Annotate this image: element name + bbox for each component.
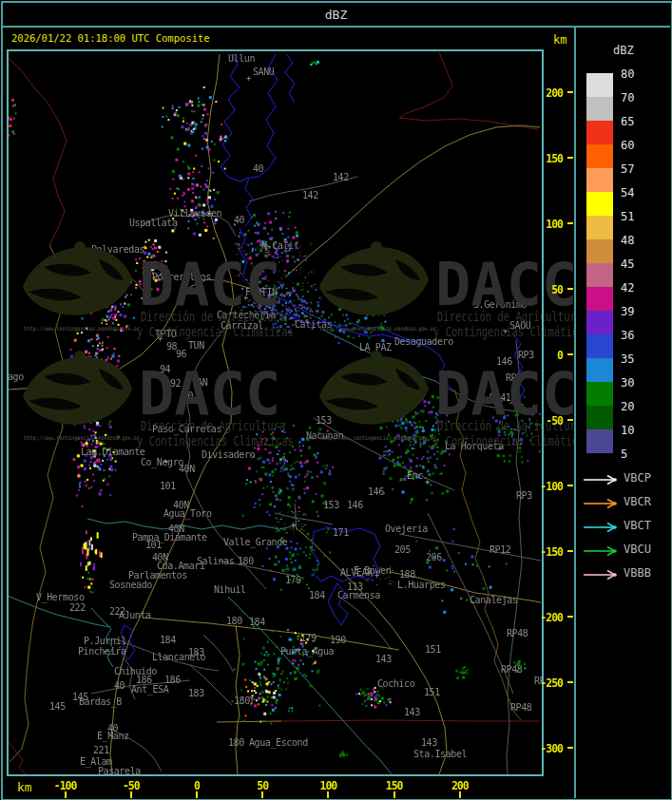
colorbar-level-label: 42 [621, 281, 649, 295]
colorbar-level-label: 48 [621, 234, 649, 247]
colorbar-swatch [586, 334, 613, 358]
window-title: dBZ [3, 4, 669, 26]
right-axis-tick [567, 222, 573, 224]
colorbar-swatch [586, 429, 613, 453]
arrow-legend-label: VBCP [624, 471, 651, 485]
colorbar-swatch [586, 97, 613, 121]
bottom-axis-tick-label: -100 [45, 779, 86, 792]
timestamp-text: 2026/01/22 01:18:00 UTC Composite [11, 32, 210, 44]
bottom-axis-tick [65, 791, 67, 798]
colorbar-level-label: 45 [621, 257, 649, 271]
colorbar-level-label: 39 [621, 305, 649, 318]
right-axis-tick-label: -250 [521, 676, 563, 690]
colorbar-swatch [586, 382, 613, 406]
colorbar-level-label: 5 [621, 448, 649, 461]
right-axis-tick [567, 288, 573, 290]
arrow-legend-label: VBBB [624, 566, 651, 580]
bottom-axis-tick-label: 150 [374, 779, 415, 792]
colorbar-swatch [586, 311, 613, 334]
right-axis-tick-label: -200 [521, 611, 563, 624]
arrow-legend-label: VBCU [624, 543, 651, 556]
bottom-axis-tick-label: -50 [110, 779, 152, 792]
right-axis-tick-label: 0 [521, 349, 563, 362]
right-axis-tick [567, 91, 573, 93]
bottom-axis-tick [459, 791, 461, 798]
colorbar-level-label: 20 [621, 400, 649, 413]
colorbar-level-label: 57 [621, 162, 649, 176]
panel-divider [574, 27, 576, 798]
colorbar-level-label: 10 [621, 424, 649, 437]
colorbar-swatch [586, 239, 613, 263]
colorbar-title: dBZ [613, 44, 634, 57]
colorbar-swatch [586, 216, 613, 239]
colorbar-level-label: 65 [621, 115, 649, 128]
right-axis-tick-label: -150 [521, 545, 563, 559]
radar-app-window: dBZ 2026/01/22 01:18:00 UTC Composite km… [0, 0, 672, 800]
bottom-axis-tick [196, 791, 198, 798]
colorbar-level-label: 30 [621, 376, 649, 390]
vbcp-arrow-icon [582, 471, 620, 489]
right-axis-tick [567, 157, 573, 159]
right-axis-tick [567, 747, 573, 749]
bottom-axis-unit: km [17, 780, 32, 794]
colorbar-swatch [586, 192, 613, 216]
colorbar-swatch [586, 73, 613, 97]
right-axis-tick-label: -50 [521, 414, 563, 428]
vbct-arrow-icon [582, 519, 620, 537]
colorbar-level-label: 51 [621, 210, 649, 223]
right-axis-tick-label: 150 [521, 152, 563, 165]
vbcr-arrow-icon [582, 495, 620, 513]
bottom-axis-tick [130, 791, 132, 798]
colorbar-level-label: 54 [621, 186, 649, 200]
vbcu-arrow-icon [582, 543, 620, 561]
bottom-axis-tick [261, 791, 263, 798]
vbbb-arrow-icon [582, 566, 620, 584]
colorbar-swatch [586, 287, 613, 311]
right-axis-tick-label: -300 [521, 742, 563, 755]
colorbar-level-label: 60 [621, 139, 649, 152]
right-axis-tick-label: 100 [521, 218, 563, 231]
colorbar-level-label: 35 [621, 352, 649, 366]
right-axis-tick [567, 681, 573, 683]
bottom-axis-tick-label: 50 [241, 779, 283, 792]
bottom-axis-tick-label: 200 [439, 779, 481, 792]
colorbar-swatch [586, 144, 613, 168]
colorbar-level-label: 70 [621, 91, 649, 105]
right-axis-tick-label: 200 [521, 86, 563, 100]
colorbar-swatch [586, 121, 613, 144]
map-frame [7, 49, 544, 776]
map-unit-label: km [553, 33, 566, 47]
right-axis-tick [567, 550, 573, 552]
colorbar-level-label: 80 [621, 67, 649, 81]
right-axis-tick [567, 419, 573, 421]
colorbar-level-label: 36 [621, 329, 649, 342]
arrow-legend-label: VBCT [624, 519, 651, 532]
colorbar-swatch [586, 406, 613, 429]
right-axis-tick [567, 353, 573, 355]
right-axis-tick [567, 485, 573, 486]
colorbar-swatch [586, 263, 613, 287]
right-axis-tick [567, 616, 573, 618]
arrow-legend-label: VBCR [624, 495, 651, 508]
colorbar-swatch [586, 168, 613, 192]
title-divider [2, 26, 670, 28]
colorbar-swatch [586, 358, 613, 382]
bottom-axis-tick-label: 100 [307, 779, 349, 792]
bottom-axis-tick-label: 0 [176, 779, 218, 792]
bottom-axis-tick [394, 791, 395, 798]
right-axis-tick-label: 50 [521, 283, 563, 296]
right-axis-tick-label: -100 [521, 480, 563, 493]
bottom-axis-tick [327, 791, 329, 798]
